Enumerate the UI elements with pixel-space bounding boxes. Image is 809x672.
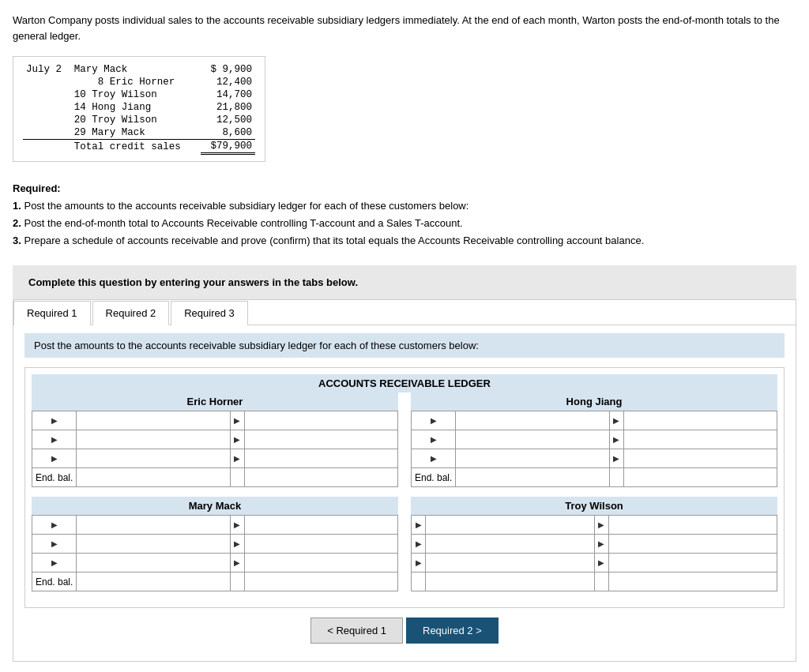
- arrow-cell: [594, 573, 608, 591]
- end-bal-input[interactable]: [456, 468, 609, 487]
- input-cell[interactable]: [244, 516, 397, 535]
- troy-wilson-table: ▶ ▶ ▶ ▶: [411, 515, 777, 591]
- input-cell[interactable]: [244, 411, 397, 430]
- ledger-grid: Eric Horner ▶ ▶ ▶: [32, 392, 777, 601]
- ledger-main-title: ACCOUNTS RECEIVABLE LEDGER: [32, 374, 777, 392]
- end-bal-label: End. bal.: [412, 468, 456, 487]
- arrow-cell: ▶: [230, 430, 244, 449]
- arrow-cell: ▶: [230, 535, 244, 554]
- input-cell[interactable]: [77, 411, 230, 430]
- input-cell[interactable]: [244, 430, 397, 449]
- input-cell[interactable]: [244, 535, 397, 554]
- arrow-cell: ▶: [32, 430, 77, 449]
- end-bal-input[interactable]: [77, 573, 230, 591]
- input-cell[interactable]: [456, 411, 609, 430]
- arrow-cell: [609, 468, 623, 487]
- required-section: Required: 1. Post the amounts to the acc…: [13, 180, 796, 250]
- input-cell[interactable]: [426, 516, 595, 535]
- mary-mack-table: ▶ ▶ ▶ ▶: [32, 515, 398, 591]
- ledger-wrapper: ACCOUNTS RECEIVABLE LEDGER Eric Horner ▶…: [24, 367, 785, 608]
- tabs-header: Required 1 Required 2 Required 3: [13, 300, 796, 325]
- required-title: Required:: [13, 182, 61, 194]
- input-cell[interactable]: [608, 535, 777, 554]
- input-cell[interactable]: [426, 535, 595, 554]
- tabs-container: Required 1 Required 2 Required 3 Post th…: [13, 299, 796, 662]
- nav-buttons: < Required 1 Required 2 >: [24, 608, 785, 653]
- tab-required-2[interactable]: Required 2: [92, 301, 170, 325]
- tab-required-1[interactable]: Required 1: [13, 301, 91, 325]
- end-bal-input[interactable]: [623, 468, 777, 487]
- end-bal-input[interactable]: [426, 573, 595, 591]
- arrow-cell: [230, 468, 244, 487]
- tab-description: Post the amounts to the accounts receiva…: [24, 333, 785, 358]
- arrow-cell: ▶: [32, 516, 77, 535]
- input-cell[interactable]: [244, 449, 397, 468]
- input-cell[interactable]: [623, 430, 777, 449]
- arrow-cell: ▶: [230, 449, 244, 468]
- end-bal-label: [412, 573, 426, 591]
- input-cell[interactable]: [77, 430, 230, 449]
- arrow-cell: ▶: [412, 516, 426, 535]
- ledger-mary-mack: Mary Mack ▶ ▶ ▶: [32, 497, 398, 591]
- input-cell[interactable]: [608, 516, 777, 535]
- ledger-troy-wilson: Troy Wilson ▶ ▶ ▶: [411, 497, 777, 591]
- troy-wilson-title: Troy Wilson: [411, 497, 777, 515]
- end-bal-label: End. bal.: [32, 573, 77, 591]
- input-cell[interactable]: [608, 554, 777, 573]
- intro-text: Warton Company posts individual sales to…: [13, 13, 796, 43]
- eric-horner-title: Eric Horner: [32, 392, 398, 411]
- arrow-cell: ▶: [412, 430, 456, 449]
- arrow-cell: ▶: [609, 449, 623, 468]
- ledger-hong-jiang: Hong Jiang ▶ ▶ ▶: [411, 392, 777, 487]
- eric-horner-table: ▶ ▶ ▶ ▶: [32, 411, 398, 487]
- arrow-cell: ▶: [32, 411, 77, 430]
- arrow-cell: ▶: [412, 554, 426, 573]
- arrow-cell: ▶: [230, 411, 244, 430]
- input-cell[interactable]: [77, 516, 230, 535]
- arrow-cell: ▶: [32, 554, 77, 573]
- arrow-cell: ▶: [594, 535, 608, 554]
- arrow-cell: ▶: [412, 449, 456, 468]
- sales-table-container: July 2 Mary Mack $ 9,900 8 Eric Horner 1…: [13, 56, 265, 162]
- arrow-cell: ▶: [230, 516, 244, 535]
- tab-content: Post the amounts to the accounts receiva…: [13, 325, 796, 661]
- arrow-cell: ▶: [412, 535, 426, 554]
- input-cell[interactable]: [77, 449, 230, 468]
- arrow-cell: ▶: [412, 411, 456, 430]
- arrow-cell: [230, 573, 244, 591]
- arrow-cell: ▶: [609, 411, 623, 430]
- hong-jiang-table: ▶ ▶ ▶ ▶: [411, 411, 777, 487]
- prev-button[interactable]: < Required 1: [310, 618, 403, 644]
- arrow-cell: ▶: [230, 554, 244, 573]
- input-cell[interactable]: [623, 449, 777, 468]
- ledger-eric-horner: Eric Horner ▶ ▶ ▶: [32, 392, 398, 487]
- input-cell[interactable]: [456, 430, 609, 449]
- input-cell[interactable]: [244, 554, 397, 573]
- arrow-cell: ▶: [32, 535, 77, 554]
- mary-mack-title: Mary Mack: [32, 497, 398, 515]
- end-bal-input[interactable]: [244, 468, 397, 487]
- instruction-box: Complete this question by entering your …: [13, 265, 796, 299]
- end-bal-input[interactable]: [608, 573, 777, 591]
- end-bal-input[interactable]: [77, 468, 230, 487]
- arrow-cell: ▶: [609, 430, 623, 449]
- arrow-cell: ▶: [32, 449, 77, 468]
- end-bal-label: End. bal.: [32, 468, 77, 487]
- input-cell[interactable]: [77, 535, 230, 554]
- arrow-cell: ▶: [594, 554, 608, 573]
- input-cell[interactable]: [77, 554, 230, 573]
- input-cell[interactable]: [426, 554, 595, 573]
- input-cell[interactable]: [623, 411, 777, 430]
- end-bal-input[interactable]: [244, 573, 397, 591]
- input-cell[interactable]: [456, 449, 609, 468]
- hong-jiang-title: Hong Jiang: [411, 392, 777, 411]
- arrow-cell: ▶: [594, 516, 608, 535]
- next-button[interactable]: Required 2 >: [406, 618, 499, 644]
- tab-required-3[interactable]: Required 3: [171, 301, 248, 325]
